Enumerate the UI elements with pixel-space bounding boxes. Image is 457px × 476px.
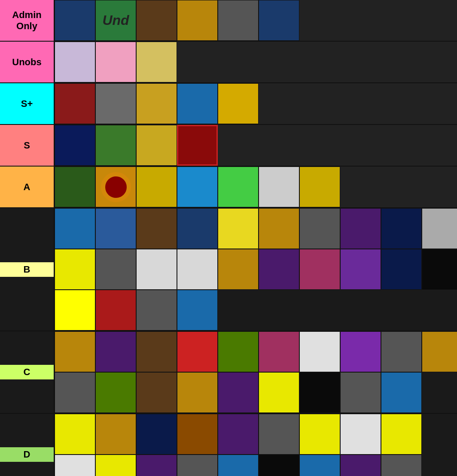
cell-item[interactable] bbox=[259, 249, 299, 290]
cell-item[interactable] bbox=[259, 331, 299, 372]
cell-item[interactable] bbox=[218, 83, 259, 124]
cell-item[interactable] bbox=[55, 249, 95, 290]
cell-item[interactable] bbox=[299, 249, 340, 290]
cell-item[interactable] bbox=[218, 331, 259, 372]
cell-item[interactable] bbox=[177, 208, 218, 249]
cell-item[interactable] bbox=[95, 455, 136, 476]
cell-item[interactable] bbox=[381, 249, 422, 290]
cell-item[interactable] bbox=[177, 249, 218, 290]
cell-item[interactable] bbox=[95, 125, 136, 166]
cell-item[interactable] bbox=[55, 125, 95, 166]
tier-row-c: C bbox=[0, 331, 457, 414]
cell-item[interactable] bbox=[177, 331, 218, 372]
cell-item[interactable] bbox=[218, 208, 259, 249]
cell-item[interactable] bbox=[340, 372, 381, 413]
c-row-2 bbox=[55, 372, 457, 413]
tier-label-a: A bbox=[0, 167, 54, 207]
cell-item[interactable] bbox=[422, 249, 457, 290]
tier-cells-a bbox=[54, 167, 457, 207]
cell-item[interactable] bbox=[340, 414, 381, 455]
cell-item[interactable] bbox=[55, 414, 95, 455]
cell-item[interactable] bbox=[299, 414, 340, 455]
cell-item[interactable] bbox=[136, 42, 177, 82]
cell-item[interactable] bbox=[177, 372, 218, 413]
cell-item[interactable] bbox=[340, 331, 381, 372]
cell-item[interactable] bbox=[136, 167, 177, 207]
cell-item[interactable] bbox=[340, 249, 381, 290]
cell-item[interactable]: Und bbox=[95, 0, 136, 41]
cell-item[interactable] bbox=[299, 331, 340, 372]
cell-item[interactable] bbox=[95, 83, 136, 124]
cell-item[interactable] bbox=[55, 455, 95, 476]
cell-item[interactable] bbox=[259, 208, 299, 249]
cell-item[interactable] bbox=[381, 331, 422, 372]
tier-label-admin: Admin Only bbox=[0, 0, 54, 41]
cell-item[interactable] bbox=[340, 455, 381, 476]
cell-item[interactable] bbox=[259, 414, 299, 455]
tier-row-d: D bbox=[0, 414, 457, 476]
cell-item[interactable] bbox=[299, 455, 340, 476]
cell-item[interactable] bbox=[177, 83, 218, 124]
cell-item[interactable] bbox=[55, 83, 95, 124]
tier-row-s: S bbox=[0, 125, 457, 167]
cell-item[interactable] bbox=[218, 249, 259, 290]
cell-item[interactable] bbox=[95, 208, 136, 249]
c-row-1 bbox=[55, 331, 457, 372]
cell-item[interactable] bbox=[136, 372, 177, 413]
cell-item[interactable] bbox=[340, 208, 381, 249]
cell-item[interactable] bbox=[218, 372, 259, 413]
cell-item[interactable] bbox=[55, 372, 95, 413]
d-row-1 bbox=[55, 414, 457, 455]
tier-row-unobs: Unobs bbox=[0, 42, 457, 83]
b-row-3 bbox=[55, 290, 457, 330]
cell-item[interactable] bbox=[422, 208, 457, 249]
cell-item[interactable] bbox=[95, 167, 136, 207]
cell-item[interactable] bbox=[136, 125, 177, 166]
cell-item[interactable] bbox=[55, 167, 95, 207]
tier-row-admin: Admin Only Und bbox=[0, 0, 457, 42]
cell-item[interactable] bbox=[136, 331, 177, 372]
cell-item[interactable] bbox=[95, 290, 136, 330]
cell-item[interactable] bbox=[299, 372, 340, 413]
cell-item[interactable] bbox=[218, 455, 259, 476]
tier-cells-b bbox=[54, 208, 457, 330]
cell-item[interactable] bbox=[177, 455, 218, 476]
cell-item[interactable] bbox=[55, 42, 95, 82]
tier-row-b: B bbox=[0, 208, 457, 331]
cell-item[interactable] bbox=[259, 372, 299, 413]
cell-item[interactable] bbox=[177, 290, 218, 330]
cell-item[interactable] bbox=[136, 0, 177, 41]
cell-item[interactable] bbox=[177, 414, 218, 455]
cell-item[interactable] bbox=[95, 372, 136, 413]
cell-item[interactable] bbox=[55, 331, 95, 372]
cell-item[interactable] bbox=[177, 125, 218, 166]
cell-item[interactable] bbox=[55, 208, 95, 249]
cell-item[interactable] bbox=[259, 455, 299, 476]
cell-item[interactable] bbox=[136, 290, 177, 330]
cell-item[interactable] bbox=[218, 0, 259, 41]
cell-item[interactable] bbox=[381, 372, 422, 413]
cell-item[interactable] bbox=[381, 208, 422, 249]
cell-item[interactable] bbox=[95, 331, 136, 372]
cell-item[interactable] bbox=[136, 249, 177, 290]
cell-item[interactable] bbox=[55, 0, 95, 41]
cell-item[interactable] bbox=[177, 167, 218, 207]
cell-item[interactable] bbox=[136, 83, 177, 124]
cell-item[interactable] bbox=[218, 167, 259, 207]
cell-item[interactable] bbox=[95, 249, 136, 290]
cell-item[interactable] bbox=[299, 167, 340, 207]
cell-item[interactable] bbox=[136, 414, 177, 455]
cell-item[interactable] bbox=[136, 208, 177, 249]
cell-item[interactable] bbox=[136, 455, 177, 476]
cell-item[interactable] bbox=[95, 414, 136, 455]
cell-item[interactable] bbox=[381, 455, 422, 476]
cell-item[interactable] bbox=[381, 414, 422, 455]
cell-item[interactable] bbox=[177, 0, 218, 41]
cell-item[interactable] bbox=[55, 290, 95, 330]
cell-item[interactable] bbox=[422, 331, 457, 372]
cell-item[interactable] bbox=[95, 42, 136, 82]
cell-item[interactable] bbox=[259, 167, 299, 207]
cell-item[interactable] bbox=[259, 0, 299, 41]
cell-item[interactable] bbox=[218, 414, 259, 455]
cell-item[interactable] bbox=[299, 208, 340, 249]
